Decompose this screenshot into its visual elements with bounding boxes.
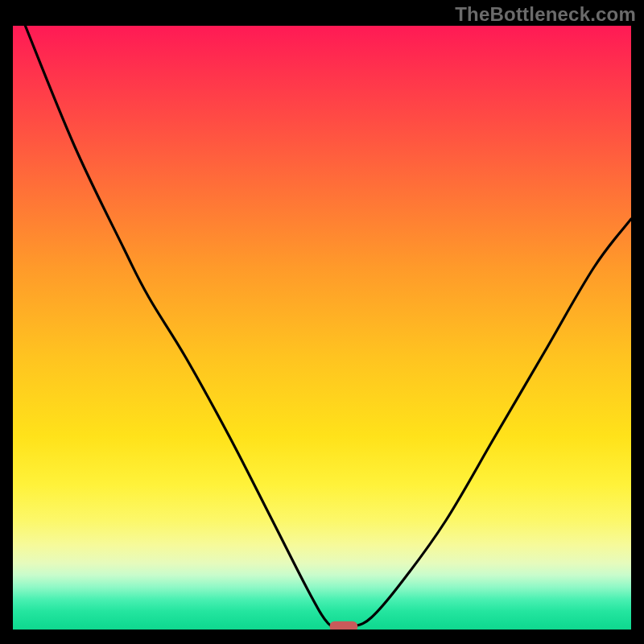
min-marker (330, 621, 358, 630)
watermark-text: TheBottleneck.com (455, 3, 636, 26)
chart-overlay-svg (13, 26, 631, 630)
chart-container: TheBottleneck.com (0, 0, 644, 644)
plot-area (13, 26, 631, 630)
curve-line (25, 26, 631, 627)
